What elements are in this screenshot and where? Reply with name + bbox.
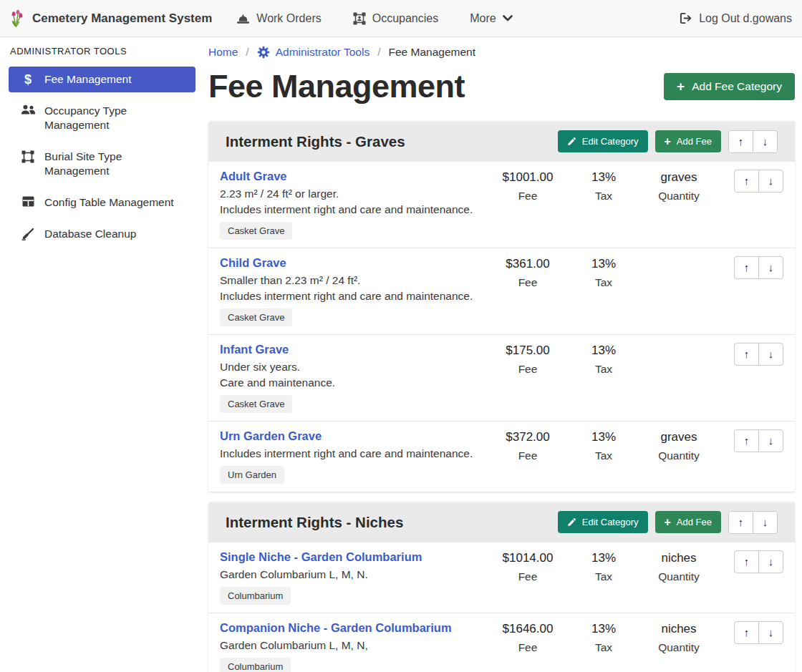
tulip-logo-icon [10, 9, 26, 28]
arrow-up-icon: ↑ [744, 626, 750, 638]
arrow-down-icon: ↓ [763, 516, 768, 528]
fee-type-badge: Casket Grave [220, 308, 292, 326]
fee-name-link[interactable]: Infant Grave [220, 343, 289, 356]
arrow-down-icon: ↓ [763, 135, 768, 147]
app-title: Cemetery Management System [32, 11, 212, 26]
arrow-up-icon: ↑ [744, 261, 750, 273]
plus-icon: + [665, 137, 671, 147]
breadcrumb-admin-tools-label: Administrator Tools [276, 46, 370, 59]
move-fee-down-button[interactable]: ↓ [758, 621, 783, 644]
move-fee-up-button[interactable]: ↑ [734, 256, 759, 279]
quantity-value: graves [636, 430, 722, 444]
edit-category-button[interactable]: Edit Category [558, 130, 648, 152]
sidebar-item-config-table-management[interactable]: Config Table Management [9, 190, 195, 215]
fee-amount-label: Fee [484, 570, 571, 583]
sidebar: ADMINISTRATOR TOOLS $ Fee Management Occ… [0, 37, 204, 253]
fee-description: Garden Columbarium L, M, N. [220, 568, 478, 581]
logout-icon [679, 12, 692, 24]
move-fee-up-button[interactable]: ↑ [734, 170, 759, 193]
fee-row: Urn Garden Grave Includes interment righ… [208, 422, 795, 492]
table-icon [20, 195, 36, 207]
plus-icon: + [677, 82, 685, 92]
arrow-down-icon: ↓ [768, 348, 774, 360]
sidebar-item-database-cleanup[interactable]: Database Cleanup [9, 221, 195, 247]
move-fee-up-button[interactable]: ↑ [734, 429, 759, 452]
nav-more-label: More [470, 12, 496, 25]
edit-category-button[interactable]: Edit Category [558, 511, 648, 533]
fee-name-link[interactable]: Urn Garden Grave [220, 429, 322, 443]
sidebar-item-fee-management[interactable]: $ Fee Management [9, 67, 195, 92]
nav-work-orders[interactable]: Work Orders [236, 12, 321, 25]
nav-occupancies[interactable]: Occupancies [353, 12, 439, 25]
fee-info: Child Grave Smaller than 2.23 m² / 24 ft… [220, 256, 484, 326]
fee-amount-value: $175.00 [484, 344, 571, 358]
logout-label: Log Out d.gowans [699, 12, 792, 25]
move-fee-down-button[interactable]: ↓ [758, 256, 783, 279]
move-fee-up-button[interactable]: ↑ [734, 621, 759, 644]
add-fee-category-label: Add Fee Category [692, 80, 782, 93]
logout-button[interactable]: Log Out d.gowans [679, 12, 792, 25]
sidebar-item-label: Database Cleanup [44, 227, 136, 241]
fee-name-link[interactable]: Child Grave [220, 256, 286, 270]
quantity-column: graves Quantity [636, 170, 722, 240]
fee-amount-column: $1001.00 Fee [484, 170, 571, 240]
move-fee-up-button[interactable]: ↑ [734, 343, 759, 366]
add-fee-button[interactable]: + Add Fee [655, 130, 722, 152]
fee-name-link[interactable]: Single Niche - Garden Columbarium [220, 550, 422, 564]
tax-label: Tax [571, 570, 636, 583]
fee-type-badge: Columbarium [220, 587, 291, 605]
tax-value: 13% [571, 551, 636, 565]
quantity-value: graves [636, 170, 722, 185]
fee-row: Child Grave Smaller than 2.23 m² / 24 ft… [208, 248, 795, 335]
breadcrumb-home-link[interactable]: Home [208, 46, 238, 59]
fee-reorder-group: ↑ ↓ [722, 429, 783, 484]
fee-description: Includes interment right and care and ma… [220, 447, 478, 460]
plus-icon: + [665, 517, 671, 527]
arrow-up-icon: ↑ [744, 348, 750, 360]
fee-amount-value: $372.00 [484, 430, 571, 444]
move-fee-down-button[interactable]: ↓ [758, 343, 783, 366]
sidebar-item-occupancy-type-management[interactable]: Occupancy Type Management [9, 98, 195, 138]
move-category-down-button[interactable]: ↓ [753, 511, 778, 534]
move-fee-down-button[interactable]: ↓ [758, 170, 783, 193]
add-fee-label: Add Fee [677, 517, 712, 527]
fee-name-link[interactable]: Adult Grave [220, 170, 287, 183]
move-fee-down-button[interactable]: ↓ [758, 550, 783, 573]
tax-label: Tax [571, 276, 636, 289]
fee-amount-column: $175.00 Fee [484, 343, 571, 413]
move-fee-down-button[interactable]: ↓ [758, 429, 783, 452]
fee-amount-value: $1646.00 [484, 622, 571, 636]
fee-name-link[interactable]: Companion Niche - Garden Columbarium [220, 621, 452, 635]
nav-more-menu[interactable]: More [470, 12, 512, 25]
category-header: Interment Rights - Niches Edit Category … [208, 502, 795, 542]
quantity-value: niches [636, 622, 722, 636]
sidebar-item-label: Fee Management [44, 72, 132, 87]
add-fee-category-button[interactable]: + Add Fee Category [664, 73, 795, 100]
fee-reorder-group: ↑ ↓ [722, 170, 783, 240]
quantity-column: niches Quantity [636, 621, 722, 672]
tax-column: 13% Tax [571, 621, 636, 672]
sidebar-item-burial-site-type-management[interactable]: Burial Site Type Management [9, 144, 195, 184]
fee-reorder-group: ↑ ↓ [722, 550, 783, 605]
fee-description: Care and maintenance. [220, 376, 478, 389]
tax-column: 13% Tax [571, 429, 636, 484]
move-category-up-button[interactable]: ↑ [728, 511, 753, 534]
breadcrumb-admin-tools-link[interactable]: Administrator Tools [257, 46, 370, 59]
pencil-icon [567, 517, 576, 527]
move-category-up-button[interactable]: ↑ [728, 130, 753, 153]
arrow-down-icon: ↓ [768, 175, 774, 187]
fee-type-badge: Casket Grave [220, 222, 292, 240]
arrow-up-icon: ↑ [744, 434, 750, 447]
move-fee-up-button[interactable]: ↑ [734, 550, 759, 573]
occupancy-frame-icon [353, 12, 366, 25]
move-category-down-button[interactable]: ↓ [753, 130, 778, 153]
fee-category-card: Interment Rights - Graves Edit Category … [208, 122, 795, 492]
hard-hat-icon [236, 13, 250, 24]
vector-square-icon [20, 150, 36, 163]
fee-info: Companion Niche - Garden Columbarium Gar… [220, 621, 484, 672]
quantity-label: Quantity [636, 641, 722, 654]
fee-amount-label: Fee [484, 449, 571, 462]
nav-work-orders-label: Work Orders [256, 12, 321, 25]
fee-description: Smaller than 2.23 m² / 24 ft². [220, 274, 478, 287]
add-fee-button[interactable]: + Add Fee [655, 511, 722, 533]
